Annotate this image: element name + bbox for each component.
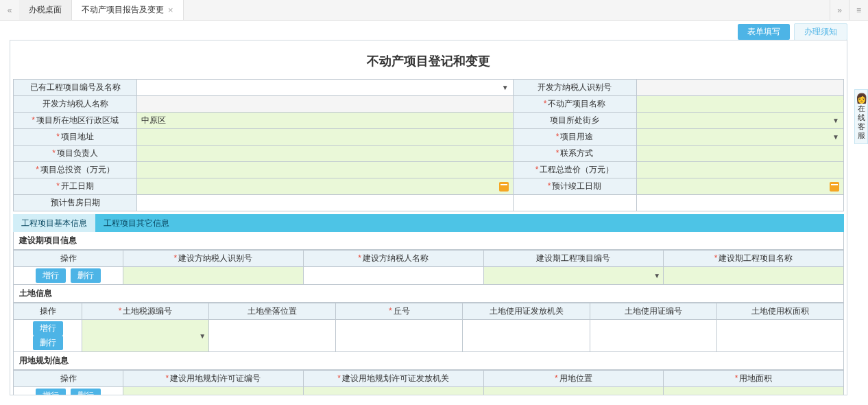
- label-existing-project: 已有工程项目编号及名称: [14, 80, 137, 96]
- section-land-plan-title: 用地规划信息: [13, 352, 844, 370]
- tabs-scroll-right-icon[interactable]: »: [830, 0, 849, 20]
- cell-taxpayer-name[interactable]: [303, 267, 483, 285]
- table-row: 增行 删行: [14, 387, 844, 396]
- input-total-invest[interactable]: [137, 162, 514, 178]
- chevron-down-icon[interactable]: ▼: [832, 117, 839, 124]
- tab-property-report[interactable]: 不动产项目报告及变更 ×: [72, 0, 184, 20]
- col-cert-num: 土地使用证编号: [590, 303, 716, 320]
- cell-project-name[interactable]: [664, 267, 844, 285]
- section-construction-title: 建设期项目信息: [13, 232, 844, 250]
- label-dev-taxpayer-id: 开发方纳税人识别号: [513, 80, 636, 96]
- input-total-cost[interactable]: [636, 162, 843, 178]
- cell-cert-num[interactable]: [590, 320, 716, 352]
- col-project-num: 建设期工程项目编号: [483, 251, 664, 267]
- input-owner[interactable]: [137, 146, 514, 162]
- col-taxpayer-name: *建设方纳税人名称: [303, 251, 483, 267]
- col-issue-org: *建设用地规划许可证发放机关: [303, 371, 483, 387]
- tabs-scroll-left-icon[interactable]: «: [0, 0, 19, 20]
- add-row-button[interactable]: 增行: [33, 321, 63, 336]
- label-expect-sale: 预计售房日期: [14, 195, 137, 211]
- cell-land-area[interactable]: [664, 387, 844, 396]
- cell-location[interactable]: [209, 320, 336, 352]
- tab-other-info[interactable]: 工程项目其它信息: [95, 214, 178, 232]
- label-admin-region: *项目所在地区行政区域: [14, 113, 137, 129]
- inner-tab-bar: 工程项目基本信息 工程项目其它信息: [13, 214, 844, 232]
- cell-qiu[interactable]: [336, 320, 463, 352]
- section-land-title: 土地信息: [13, 285, 844, 303]
- col-op: 操作: [14, 371, 123, 387]
- col-op: 操作: [14, 303, 82, 320]
- chevron-down-icon[interactable]: ▼: [502, 84, 509, 91]
- col-qiu: *丘号: [336, 303, 463, 320]
- sub-toolbar: 表单填写 办理须知: [0, 21, 868, 40]
- col-taxpayer-id: *建设方纳税人识别号: [123, 251, 304, 267]
- label-usage: *项目用途: [513, 129, 636, 146]
- table-land: 操作 *土地税源编号 土地坐落位置 *丘号 土地使用证发放机关 土地使用证编号 …: [13, 303, 844, 352]
- menu-icon[interactable]: ≡: [849, 0, 868, 20]
- table-land-plan: 操作 *建设用地规划许可证编号 *建设用地规划许可证发放机关 *用地位置 *用地…: [13, 370, 844, 395]
- col-issue-org: 土地使用证发放机关: [463, 303, 590, 320]
- input-expect-finish[interactable]: [636, 178, 843, 195]
- col-land-loc: *用地位置: [483, 371, 664, 387]
- input-expect-sale[interactable]: [137, 195, 514, 211]
- cell-taxpayer-id[interactable]: [123, 267, 304, 285]
- table-construction: 操作 *建设方纳税人识别号 *建设方纳税人名称 建设期工程项目编号 *建设期工程…: [13, 250, 844, 285]
- online-support-dock[interactable]: 👩 在线客服: [854, 89, 868, 144]
- label-street: 项目所处街乡: [513, 113, 636, 129]
- input-admin-region[interactable]: 中原区: [137, 113, 514, 129]
- cell-permit-num[interactable]: [123, 387, 304, 396]
- label-property-name: *不动产项目名称: [513, 96, 636, 113]
- input-existing-project[interactable]: ▼: [137, 80, 514, 96]
- col-area: 土地使用权面积: [716, 303, 843, 320]
- input-property-name[interactable]: [636, 96, 843, 113]
- dock-label: 在线客服: [855, 104, 867, 141]
- label-contact: *联系方式: [513, 146, 636, 162]
- col-permit-num: *建设用地规划许可证编号: [123, 371, 304, 387]
- cell-area[interactable]: [716, 320, 843, 352]
- col-op: 操作: [14, 251, 123, 267]
- table-row: 增行 删行 ▼: [14, 320, 844, 352]
- tab-basic-info[interactable]: 工程项目基本信息: [13, 214, 95, 232]
- col-location: 土地坐落位置: [209, 303, 336, 320]
- tab-label: 不动产项目报告及变更: [82, 4, 164, 16]
- label-expect-finish: *预计竣工日期: [513, 178, 636, 195]
- label-total-cost: *工程总造价（万元）: [513, 162, 636, 178]
- page-title: 不动产项目登记和变更: [10, 40, 847, 76]
- tab-tax-desktop[interactable]: 办税桌面: [19, 0, 72, 20]
- calendar-icon[interactable]: [499, 182, 509, 192]
- chevron-down-icon[interactable]: ▼: [832, 133, 839, 141]
- cell-issue-org[interactable]: [303, 387, 483, 396]
- fill-form-button[interactable]: 表单填写: [738, 24, 790, 40]
- del-row-button[interactable]: 删行: [71, 268, 101, 283]
- del-row-button[interactable]: 删行: [33, 336, 63, 350]
- input-start-date[interactable]: [137, 178, 514, 195]
- main-form-table: 已有工程项目编号及名称 ▼ 开发方纳税人识别号 开发方纳税人名称 *不动产项目名…: [13, 79, 844, 211]
- main-content-pane[interactable]: 不动产项目登记和变更 已有工程项目编号及名称 ▼ 开发方纳税人识别号 开发方纳税…: [10, 40, 847, 395]
- label-total-invest: *项目总投资（万元）: [14, 162, 137, 178]
- tab-label: 办税桌面: [29, 4, 62, 16]
- cell-tax-source[interactable]: ▼: [82, 320, 209, 352]
- add-row-button[interactable]: 增行: [36, 268, 66, 283]
- chevron-down-icon[interactable]: ▼: [653, 272, 660, 279]
- label-owner: *项目负责人: [14, 146, 137, 162]
- input-contact[interactable]: [636, 146, 843, 162]
- cell-issue-org[interactable]: [463, 320, 590, 352]
- label-start-date: *开工日期: [14, 178, 137, 195]
- input-street[interactable]: ▼: [636, 113, 843, 129]
- chevron-down-icon[interactable]: ▼: [199, 332, 206, 340]
- del-row-button[interactable]: 删行: [71, 389, 101, 395]
- add-row-button[interactable]: 增行: [36, 389, 66, 395]
- label-dev-taxpayer-name: 开发方纳税人名称: [14, 96, 137, 113]
- input-address[interactable]: [137, 129, 514, 146]
- process-notice-button[interactable]: 办理须知: [794, 23, 847, 40]
- table-row: 增行 删行 ▼: [14, 267, 844, 285]
- top-tab-bar: « 办税桌面 不动产项目报告及变更 × » ≡: [0, 0, 868, 21]
- calendar-icon[interactable]: [830, 182, 839, 192]
- field-dev-taxpayer-id: [636, 80, 843, 96]
- field-dev-taxpayer-name: [137, 96, 514, 113]
- input-usage[interactable]: ▼: [636, 129, 843, 146]
- cell-land-loc[interactable]: [483, 387, 664, 396]
- cell-project-num[interactable]: ▼: [483, 267, 664, 285]
- close-icon[interactable]: ×: [168, 5, 173, 15]
- support-avatar-icon: 👩: [855, 93, 867, 104]
